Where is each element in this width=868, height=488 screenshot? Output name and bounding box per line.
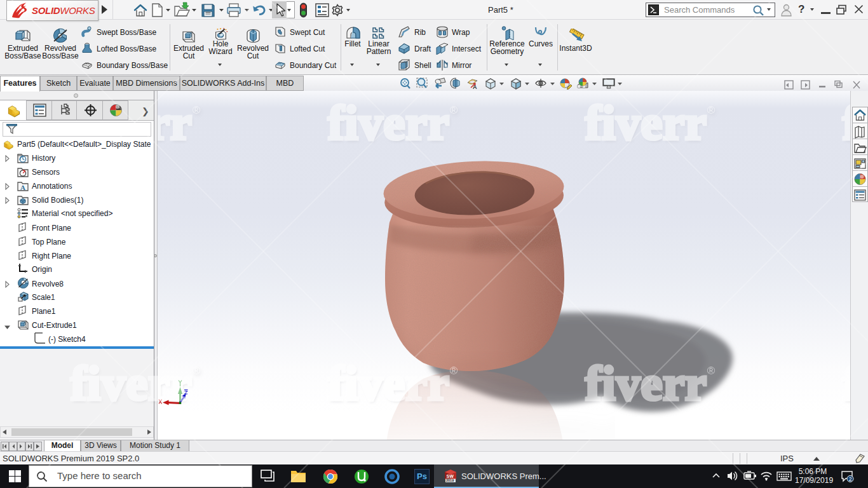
svg-text:A: A: [20, 184, 25, 191]
svg-text:A: A: [473, 84, 477, 90]
svg-text:2019: 2019: [446, 478, 454, 482]
svg-text:SW: SW: [447, 474, 454, 478]
svg-text:SOLIDWORKS: SOLIDWORKS: [32, 5, 95, 16]
svg-text:2: 2: [849, 476, 852, 482]
